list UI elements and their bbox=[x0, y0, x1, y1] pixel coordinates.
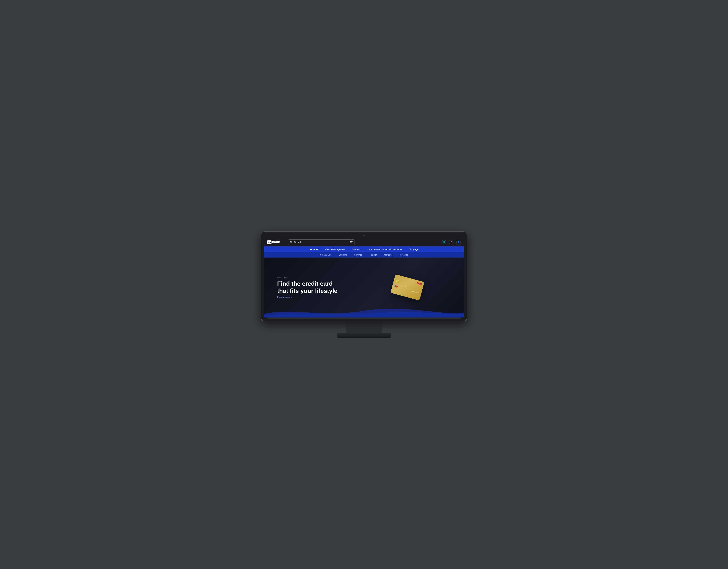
subnav-transfer[interactable]: Transfer bbox=[366, 252, 380, 258]
secondary-nav: Credit Cards Checking Servings Transfer … bbox=[264, 252, 464, 258]
credit-card: us bank •••• •••• •••• 7891 Gold FlexPer… bbox=[390, 275, 424, 300]
nav-wealth-management[interactable]: Wealth Management bbox=[322, 247, 348, 252]
search-text: Search bbox=[294, 241, 347, 244]
card-chip bbox=[395, 280, 400, 283]
monitor: us bank 🔍 Search 🏛 🌐 ? 👤 Personal bbox=[261, 232, 467, 321]
header-icons: 🌐 ? 👤 bbox=[442, 240, 461, 245]
user-button[interactable]: 👤 bbox=[456, 240, 461, 245]
logo[interactable]: us bank bbox=[267, 240, 280, 244]
nav-corporate[interactable]: Corporate & Commercial Institutional bbox=[364, 247, 406, 252]
hero-label: Credit Cards bbox=[277, 277, 364, 279]
site-header: us bank 🔍 Search 🏛 🌐 ? 👤 bbox=[264, 238, 464, 247]
hero-wave bbox=[264, 304, 464, 317]
card-logo-area: us bank bbox=[396, 277, 422, 285]
nav-mortgage[interactable]: Mortgage bbox=[406, 247, 422, 252]
globe-button[interactable]: 🌐 bbox=[442, 240, 446, 245]
subnav-investing[interactable]: Investing bbox=[396, 252, 411, 258]
hero-cta-text: Explore cards bbox=[277, 296, 290, 298]
hero-section: Credit Cards Find the credit card that f… bbox=[264, 258, 464, 317]
subnav-credit-cards[interactable]: Credit Cards bbox=[316, 252, 335, 258]
primary-nav: Personal Wealth Management Business Corp… bbox=[264, 247, 464, 252]
hero-title-line1: Find the credit card bbox=[277, 281, 333, 287]
hero-cta-arrow: › bbox=[291, 296, 292, 298]
desktop-wrapper: us bank 🔍 Search 🏛 🌐 ? 👤 Personal bbox=[261, 232, 467, 338]
amex-circle-red bbox=[395, 285, 398, 288]
help-button[interactable]: ? bbox=[449, 240, 454, 245]
subnav-checking[interactable]: Checking bbox=[335, 252, 351, 258]
subnav-servings[interactable]: Servings bbox=[351, 252, 366, 258]
card-product-name: Gold FlexPerks bbox=[411, 290, 419, 293]
subnav-mortgage[interactable]: Mortgage bbox=[380, 252, 396, 258]
hero-content: Credit Cards Find the credit card that f… bbox=[277, 277, 364, 298]
monitor-stand-neck bbox=[346, 321, 382, 333]
nav-business[interactable]: Business bbox=[348, 247, 364, 252]
card-usbank-logo: us bank bbox=[417, 282, 422, 285]
monitor-screen: us bank 🔍 Search 🏛 🌐 ? 👤 Personal bbox=[264, 238, 464, 317]
search-bar[interactable]: 🔍 Search 🏛 bbox=[288, 240, 355, 245]
monitor-camera bbox=[363, 235, 365, 236]
nav-personal[interactable]: Personal bbox=[306, 247, 322, 252]
card-amex-logo bbox=[394, 285, 398, 288]
hero-card-area: us bank •••• •••• •••• 7891 Gold FlexPer… bbox=[364, 278, 451, 297]
search-icon: 🔍 bbox=[290, 241, 293, 244]
logo-bank: bank bbox=[272, 240, 280, 244]
bank-icon: 🏛 bbox=[350, 241, 353, 244]
hero-cta-link[interactable]: Explore cards › bbox=[277, 296, 364, 298]
monitor-bottom bbox=[267, 317, 461, 319]
hero-title: Find the credit card that fits your life… bbox=[277, 280, 364, 294]
logo-us: us bbox=[267, 241, 272, 244]
hero-title-line2: that fits your lifestyle bbox=[277, 287, 337, 294]
search-divider bbox=[349, 241, 349, 244]
monitor-stand-base bbox=[337, 333, 391, 338]
